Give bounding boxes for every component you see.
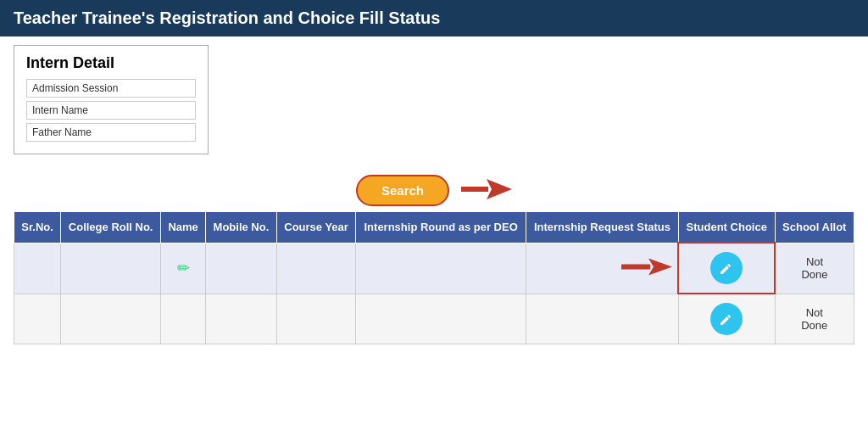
table-row: ✏ [14,243,854,294]
svg-marker-2 [648,259,672,276]
student-choice-edit-button[interactable] [710,252,743,284]
admission-session-field[interactable]: Admission Session [26,79,196,98]
col-name: Name [161,212,206,243]
cell-student-choice [678,243,775,294]
cell-name: ✏ [161,243,206,294]
col-school-allot: School Allot [775,212,854,243]
svg-marker-0 [487,179,512,199]
col-srno: Sr.No. [14,212,61,243]
cell-srno [14,294,61,344]
intern-detail-box: Intern Detail Admission Session Intern N… [14,45,209,154]
father-name-field[interactable]: Father Name [26,123,196,142]
col-student-choice: Student Choice [678,212,775,243]
cell-internship-round [356,243,526,294]
table-header-row: Sr.No. College Roll No. Name Mobile No. … [14,212,854,243]
col-internship-round: Internship Round as per DEO [356,212,526,243]
col-internship-status: Internship Request Status [526,212,678,243]
cell-internship-round [356,294,526,344]
search-area: Search [14,175,854,206]
cell-school-allot: NotDone [775,243,854,294]
cell-internship-status [526,294,678,344]
table-row: NotDone [14,294,854,344]
cell-school-allot: NotDone [775,294,854,344]
intern-name-field[interactable]: Intern Name [26,101,196,120]
data-table: Sr.No. College Roll No. Name Mobile No. … [14,211,854,344]
cell-mobile [206,294,277,344]
cell-course-year [276,243,356,294]
svg-rect-3 [621,265,650,270]
col-mobile: Mobile No. [206,212,277,243]
cell-mobile [206,243,277,294]
cell-student-choice [678,294,775,344]
student-choice-edit-button[interactable] [710,303,743,335]
cell-college-roll [61,243,161,294]
search-button[interactable]: Search [356,175,449,206]
cell-name [161,294,206,344]
pencil-icon: ✏ [177,260,190,277]
svg-rect-1 [461,187,488,192]
page-title: Teacher Trainee's Registration and Choic… [0,0,868,36]
intern-detail-title: Intern Detail [26,54,196,72]
cell-course-year [276,294,356,344]
cell-college-roll [61,294,161,344]
col-college-roll: College Roll No. [61,212,161,243]
row-arrow-icon [621,257,672,280]
col-course-year: Course Year [276,212,356,243]
arrow-icon [461,177,512,204]
cell-srno [14,243,61,294]
